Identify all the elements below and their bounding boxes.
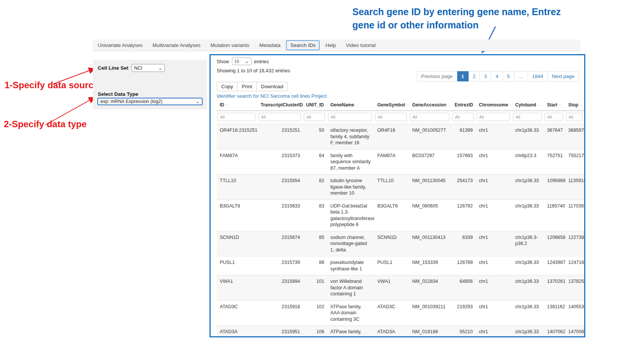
cell-start: 752751 bbox=[544, 149, 565, 175]
filter-input-gene_name[interactable] bbox=[328, 113, 372, 121]
tab-multivariate-analyses[interactable]: Multivariate Analyses bbox=[148, 42, 206, 48]
filter-cell-entrez_id bbox=[452, 111, 476, 124]
column-header-cytoband[interactable]: Cytoband↑↓ bbox=[512, 100, 544, 111]
column-header-gene_symbol[interactable]: GeneSymbol↑↓ bbox=[374, 100, 409, 111]
page-button-2[interactable]: 2 bbox=[469, 71, 480, 81]
copy-button[interactable]: Copy bbox=[217, 82, 238, 91]
column-header-entrez_id[interactable]: EntrezID↑↓ bbox=[452, 100, 476, 111]
filter-input-stop[interactable] bbox=[566, 113, 583, 121]
cell-chromosome: chr1 bbox=[476, 124, 512, 150]
cell-chromosome: chr1 bbox=[476, 275, 512, 301]
cell-chromosome: chr1 bbox=[476, 326, 512, 338]
page-button-1844[interactable]: 1844 bbox=[528, 71, 548, 81]
data-type-select[interactable]: exp: mRNA Expression (log2) ⌄ bbox=[97, 98, 203, 105]
page-button-[interactable]: … bbox=[514, 71, 528, 81]
table-row: SCNN1D231567485sodium channel, nonvoltag… bbox=[217, 231, 585, 256]
column-label-gene_name: GeneName bbox=[330, 102, 354, 108]
filter-cell-unit_id bbox=[303, 111, 327, 124]
sort-icon: ↑↓ bbox=[325, 103, 328, 107]
page-button-4[interactable]: 4 bbox=[491, 71, 503, 81]
cell-line-set-label: Cell Line Set bbox=[98, 65, 128, 71]
cell-chromosome: chr1 bbox=[476, 149, 512, 175]
cell-gene_accession: BC037297 bbox=[409, 149, 452, 175]
column-header-start[interactable]: Start↑↓ bbox=[544, 100, 565, 111]
cell-stop: 1247168 bbox=[565, 256, 585, 275]
cell-entrez_id: 81399 bbox=[452, 124, 476, 150]
chevron-down-icon: ⌄ bbox=[245, 59, 249, 63]
tab-video-tutorial[interactable]: Video tutorial bbox=[341, 42, 381, 48]
column-header-gene_name[interactable]: GeneName↑↓ bbox=[327, 100, 374, 111]
filter-input-id[interactable] bbox=[217, 113, 255, 121]
cell-start: 1243987 bbox=[544, 256, 565, 275]
identifier-search-link[interactable]: Identifier search for NCI Sarcoma cell l… bbox=[217, 93, 327, 99]
tab-mutation-variants[interactable]: Mutation variants bbox=[205, 42, 254, 48]
cell-transcript_cluster_id: 2315894 bbox=[258, 275, 303, 301]
cell-chromosome: chr1 bbox=[476, 256, 512, 275]
column-header-gene_accession[interactable]: GeneAccession↑↓ bbox=[409, 100, 452, 111]
tab-help[interactable]: Help bbox=[320, 42, 341, 48]
cell-cytoband: chr8p23.3 bbox=[512, 149, 544, 175]
filter-input-chromosome[interactable] bbox=[477, 113, 510, 121]
cell-transcript_cluster_id: 2315251 bbox=[258, 124, 303, 150]
sort-icon: ↑↓ bbox=[509, 103, 512, 107]
cell-cytoband: chr1p36.33 bbox=[512, 175, 544, 200]
cell-unit_id: 106 bbox=[303, 326, 327, 338]
tab-metadata[interactable]: Metadata bbox=[254, 42, 285, 48]
cell-gene_name: ATPase family, AAA domain containing 3C bbox=[327, 300, 374, 326]
page-button-3[interactable]: 3 bbox=[480, 71, 491, 81]
page-button-next-page[interactable]: Next page bbox=[548, 71, 579, 81]
page-length-select[interactable]: 10 ⌄ bbox=[232, 58, 252, 65]
table-row: VWA12315894101von Willebrand factor A do… bbox=[217, 275, 585, 301]
column-header-transcript_cluster_id[interactable]: TranscriptClusterID↑↓ bbox=[258, 100, 303, 111]
cell-start: 1165740 bbox=[544, 200, 565, 231]
column-header-chromosome[interactable]: Chromosome↑↓ bbox=[476, 100, 512, 111]
cell-gene_symbol: VWA1 bbox=[374, 275, 409, 301]
page-button-5[interactable]: 5 bbox=[503, 71, 514, 81]
column-header-id[interactable]: ID↑↓ bbox=[217, 100, 258, 111]
sort-icon: ↑↓ bbox=[225, 103, 228, 107]
filter-input-transcript_cluster_id[interactable] bbox=[258, 113, 301, 121]
cell-chromosome: chr1 bbox=[476, 231, 512, 256]
sort-icon: ↑↓ bbox=[447, 103, 450, 107]
column-header-stop[interactable]: Stop↑↓ bbox=[565, 100, 585, 111]
table-filter-row bbox=[217, 111, 585, 124]
cell-gene_accession: NM_018188 bbox=[409, 326, 452, 338]
print-button[interactable]: Print bbox=[238, 82, 256, 91]
cell-gene_name: olfactory receptor, family 4, subfamily … bbox=[327, 124, 374, 150]
filter-input-gene_accession[interactable] bbox=[410, 113, 449, 121]
cell-id: ATAD3C bbox=[217, 300, 258, 326]
cell-gene_accession: NM_153339 bbox=[409, 256, 452, 275]
cell-chromosome: chr1 bbox=[476, 175, 512, 200]
cell-line-set-select[interactable]: NCI ⌄ bbox=[131, 64, 165, 72]
cell-unit_id: 83 bbox=[303, 200, 327, 231]
cell-stop: 1135910 bbox=[565, 175, 585, 200]
filter-input-cytoband[interactable] bbox=[513, 113, 542, 121]
tab-univariate-analyses[interactable]: Univariate Analyses bbox=[93, 42, 148, 48]
filter-input-gene_symbol[interactable] bbox=[375, 113, 407, 121]
filter-input-unit_id[interactable] bbox=[304, 113, 325, 121]
column-label-cytoband: Cytoband bbox=[515, 102, 536, 108]
data-type-value: exp: mRNA Expression (log2) bbox=[100, 99, 163, 104]
filter-input-start[interactable] bbox=[545, 113, 563, 121]
cell-stop: 1227386 bbox=[565, 231, 585, 256]
page-length-value: 10 bbox=[234, 59, 239, 64]
step2-annotation: 2-Specify data type bbox=[4, 119, 87, 129]
sort-icon: ↑↓ bbox=[474, 103, 477, 107]
chevron-down-icon: ⌄ bbox=[196, 100, 200, 103]
tab-search-ids[interactable]: Search IDs bbox=[286, 40, 320, 50]
page-button-previous-page[interactable]: Previous page bbox=[417, 71, 457, 81]
annotation-line-1: Search gene ID by entering gene name, En… bbox=[352, 5, 580, 19]
download-button[interactable]: Download bbox=[257, 82, 288, 91]
filter-input-entrez_id[interactable] bbox=[452, 113, 474, 121]
filter-cell-start bbox=[544, 111, 565, 124]
column-header-unit_id[interactable]: UNIT_ID↑↓ bbox=[303, 100, 327, 111]
cell-gene_symbol: FAM87A bbox=[374, 149, 409, 175]
pagination: Previous page12345…1844Next page bbox=[417, 71, 579, 81]
cell-gene_name: von Willebrand factor A domain containin… bbox=[327, 275, 374, 301]
sort-icon: ↑↓ bbox=[537, 103, 540, 107]
cell-cytoband: chr1p36.33 bbox=[512, 256, 544, 275]
chevron-down-icon: ⌄ bbox=[158, 66, 162, 70]
cell-gene_accession: NM_001130413 bbox=[409, 231, 452, 256]
cell-unit_id: 101 bbox=[303, 275, 327, 301]
page-button-1[interactable]: 1 bbox=[457, 71, 469, 81]
